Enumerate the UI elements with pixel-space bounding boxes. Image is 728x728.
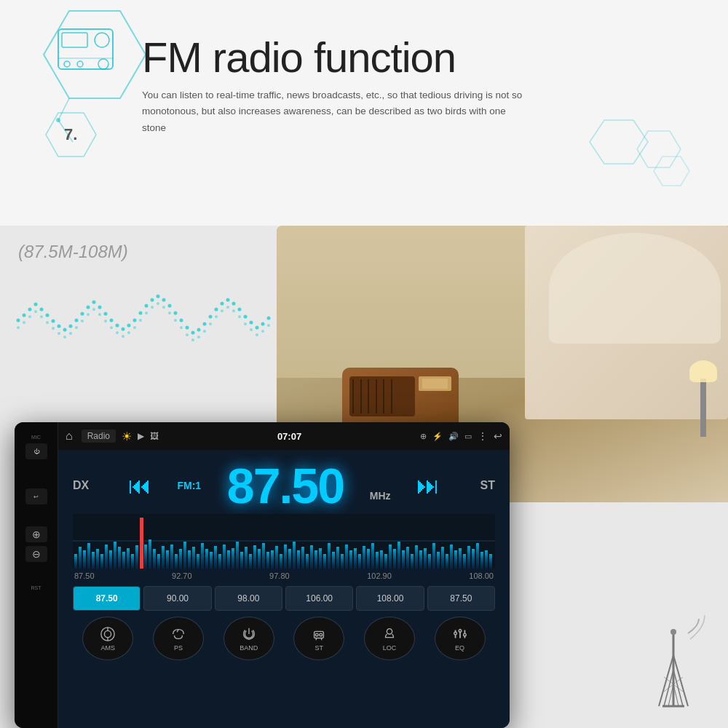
- svg-point-89: [186, 333, 189, 336]
- ams-button[interactable]: AMS: [82, 617, 133, 660]
- svg-point-66: [52, 327, 55, 330]
- prev-button[interactable]: ⏮: [128, 472, 151, 499]
- svg-point-62: [28, 315, 31, 318]
- eq-button[interactable]: EQ: [435, 617, 486, 660]
- media-icon[interactable]: ▶: [138, 431, 144, 441]
- svg-rect-142: [236, 542, 239, 569]
- svg-point-35: [127, 324, 131, 328]
- svg-point-24: [63, 328, 67, 332]
- svg-rect-171: [363, 546, 365, 569]
- preset-3[interactable]: 98.00: [215, 586, 282, 611]
- svg-point-202: [105, 630, 111, 637]
- svg-rect-192: [454, 550, 457, 569]
- svg-rect-112: [105, 545, 108, 569]
- svg-point-58: [261, 323, 265, 326]
- svg-point-73: [92, 308, 95, 311]
- back-nav-icon[interactable]: ↩: [494, 430, 502, 442]
- svg-rect-110: [96, 549, 99, 569]
- vol-up-button[interactable]: ⊕: [25, 526, 47, 542]
- loc-icon: [381, 626, 397, 642]
- svg-point-17: [23, 314, 26, 317]
- svg-rect-187: [432, 543, 435, 569]
- radio-controls: DX ⏮ FM:1 87.50 MHz ⏭ ST: [58, 450, 510, 671]
- volume-icon[interactable]: 🔊: [448, 432, 459, 441]
- svg-point-6: [77, 61, 83, 67]
- preset-5[interactable]: 108.00: [356, 586, 424, 611]
- svg-rect-166: [341, 554, 344, 569]
- hex-decoration-left: 7.: [15, 7, 160, 175]
- st-func-button[interactable]: ST: [293, 617, 344, 660]
- preset-2[interactable]: 90.00: [143, 586, 211, 611]
- svg-point-87: [174, 319, 177, 322]
- svg-point-88: [180, 326, 183, 329]
- svg-point-67: [58, 332, 60, 335]
- svg-rect-146: [253, 545, 256, 569]
- svg-rect-164: [332, 552, 335, 569]
- sound-wave-viz: // We'll draw dots manually for the wave: [11, 280, 273, 353]
- power-button[interactable]: ⏻: [25, 443, 47, 459]
- ps-button[interactable]: PS: [153, 617, 204, 660]
- image-icon[interactable]: 🖼: [150, 431, 159, 441]
- svg-rect-105: [74, 554, 77, 569]
- svg-point-20: [40, 308, 44, 312]
- frequency-display: 87.50: [227, 461, 344, 510]
- preset-4[interactable]: 106.00: [285, 586, 353, 611]
- svg-rect-131: [188, 550, 191, 569]
- freq-mark-2: 92.70: [172, 571, 192, 580]
- hex-decoration-right: [568, 116, 699, 204]
- svg-point-36: [133, 319, 137, 323]
- spectrum-display: [73, 514, 495, 569]
- preset-6[interactable]: 87.50: [427, 586, 495, 611]
- svg-marker-15: [654, 157, 689, 186]
- band-button[interactable]: BAND: [223, 617, 274, 660]
- svg-point-95: [221, 309, 223, 312]
- svg-point-55: [244, 315, 248, 319]
- svg-rect-115: [118, 547, 121, 569]
- next-button[interactable]: ⏭: [416, 472, 440, 499]
- svg-point-26: [75, 319, 79, 323]
- svg-point-61: [23, 321, 25, 324]
- svg-point-22: [52, 320, 55, 323]
- svg-point-52: [226, 298, 230, 302]
- svg-rect-153: [284, 545, 287, 569]
- svg-point-93: [209, 323, 212, 325]
- freq-range-label: (87.5M-108M): [18, 242, 128, 262]
- svg-rect-188: [437, 552, 440, 569]
- svg-rect-196: [472, 549, 475, 569]
- svg-rect-143: [240, 552, 243, 569]
- svg-point-77: [116, 331, 119, 334]
- svg-rect-170: [358, 554, 361, 569]
- svg-rect-128: [175, 554, 178, 569]
- svg-point-80: [133, 326, 136, 329]
- svg-rect-199: [485, 550, 488, 569]
- svg-point-91: [197, 336, 200, 339]
- menu-icon[interactable]: ⋮: [478, 430, 488, 442]
- svg-rect-198: [480, 552, 483, 569]
- mic-label: MIC: [31, 435, 41, 440]
- home-icon[interactable]: ⌂: [66, 430, 73, 443]
- loc-button[interactable]: LOC: [364, 617, 415, 660]
- svg-rect-154: [288, 549, 291, 569]
- svg-rect-137: [214, 546, 217, 569]
- svg-point-94: [215, 315, 218, 318]
- svg-point-100: [250, 328, 253, 331]
- st-icon: [311, 626, 327, 642]
- svg-point-49: [209, 315, 213, 319]
- svg-rect-174: [376, 552, 379, 569]
- ps-icon: [170, 626, 186, 642]
- ps-label: PS: [174, 644, 183, 652]
- svg-rect-190: [446, 554, 448, 569]
- antenna-tower: [633, 612, 713, 713]
- svg-rect-191: [450, 545, 453, 569]
- svg-rect-156: [297, 550, 300, 569]
- svg-point-40: [157, 295, 160, 298]
- brightness-icon[interactable]: ☀: [122, 430, 132, 443]
- preset-1[interactable]: 87.50: [73, 586, 141, 611]
- vol-down-button[interactable]: ⊖: [25, 546, 47, 562]
- svg-rect-186: [428, 554, 431, 569]
- svg-rect-111: [100, 554, 103, 569]
- battery-icon: ▭: [464, 432, 472, 441]
- svg-rect-163: [328, 543, 331, 569]
- back-button[interactable]: ↩: [25, 488, 47, 505]
- svg-point-48: [203, 323, 207, 326]
